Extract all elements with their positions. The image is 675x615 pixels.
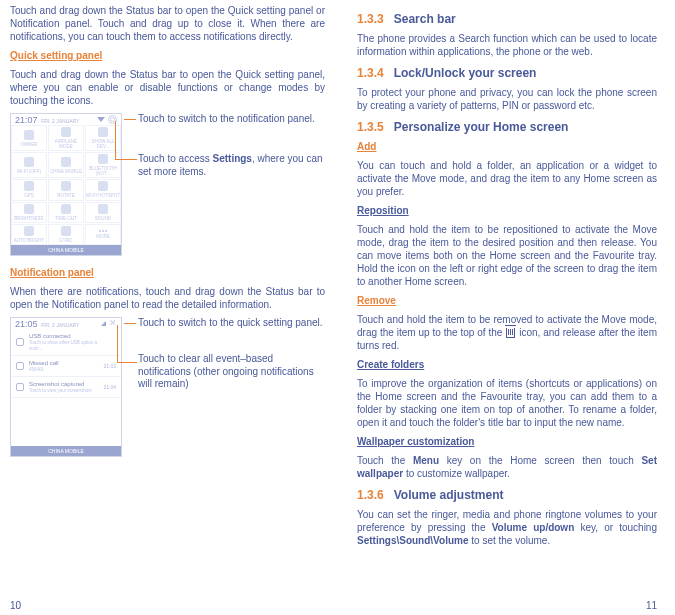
signal-icon <box>61 157 71 167</box>
callout-leader <box>124 323 136 324</box>
notification-list: USB connectedTouch to show other USB opt… <box>11 329 121 398</box>
status-date: FRI, 2 JANUARY <box>41 322 79 328</box>
callout-leader <box>115 159 137 160</box>
callout-leader <box>117 362 137 363</box>
carrier-footer: CHINA MOBILE <box>11 245 121 255</box>
tile-carrier[interactable]: CHINA MOBILE <box>48 152 84 178</box>
intro-text: Touch and drag down the Status bar to op… <box>10 4 325 43</box>
notification-toggle-icon[interactable] <box>97 117 105 122</box>
remove-heading: Remove <box>357 294 657 307</box>
callout-switch-quicksetting: Touch to switch to the quick setting pan… <box>138 317 328 330</box>
quick-setting-body: Touch and drag down the Status bar to op… <box>10 68 325 107</box>
callout-leader <box>124 119 136 120</box>
devices-icon <box>98 127 108 137</box>
missed-call-icon <box>16 362 24 370</box>
clear-all-icon[interactable]: ✕ <box>109 319 117 328</box>
reposition-heading: Reposition <box>357 204 657 217</box>
figure-notification-panel: 21:05 FRI, 2 JANUARY ✕ USB connectedTouc… <box>10 317 325 457</box>
owner-icon <box>24 130 34 140</box>
screenshot-icon <box>16 383 24 391</box>
status-time: 21:07 <box>15 115 38 125</box>
gps-icon <box>24 181 34 191</box>
create-folders-heading: Create folders <box>357 358 657 371</box>
callout-clear-all: Touch to clear all event–based notificat… <box>138 353 328 391</box>
bluetooth-icon <box>98 154 108 164</box>
callout-switch-notification: Touch to switch to the notification pane… <box>138 113 328 126</box>
status-bar: 21:07 FRI, 2 JANUARY <box>11 114 121 125</box>
tile-hotspot[interactable]: WI-FI HOTSPOT <box>85 179 121 200</box>
timeout-icon <box>61 204 71 214</box>
search-bar-body: The phone provides a Search function whi… <box>357 32 657 58</box>
wifi-icon <box>24 157 34 167</box>
tile-more[interactable]: MORE <box>85 224 121 245</box>
status-bar: 21:05 FRI, 2 JANUARY ✕ <box>11 318 121 329</box>
screenshot-notification-panel: 21:05 FRI, 2 JANUARY ✕ USB connectedTouc… <box>10 317 122 457</box>
remove-body: Touch and hold the item to be removed to… <box>357 313 657 352</box>
create-folders-body: To improve the organization of items (sh… <box>357 377 657 429</box>
quicksetting-toggle-icon[interactable] <box>101 321 106 326</box>
wallpaper-heading: Wallpaper customization <box>357 435 657 448</box>
page-number-right: 11 <box>646 600 657 611</box>
trash-icon <box>506 328 515 338</box>
tile-sound[interactable]: SOUND <box>85 202 121 223</box>
heading-personalize: 1.3.5Personalize your Home screen <box>357 120 657 134</box>
brightness-icon <box>24 204 34 214</box>
notification-panel-body: When there are notifications, touch and … <box>10 285 325 311</box>
tile-owner[interactable]: OWNER <box>11 125 47 151</box>
heading-volume: 1.3.6Volume adjustment <box>357 488 657 502</box>
more-dots-icon <box>99 230 107 232</box>
notification-usb[interactable]: USB connectedTouch to show other USB opt… <box>11 329 121 356</box>
tile-rotate[interactable]: ROTATE <box>48 179 84 200</box>
page-left: Touch and drag down the Status bar to op… <box>0 0 335 615</box>
callout-leader <box>115 121 116 159</box>
notification-panel-heading: Notification panel <box>10 266 325 279</box>
gyro-icon <box>61 226 71 236</box>
rotate-icon <box>61 181 71 191</box>
airplane-icon <box>61 127 71 137</box>
status-time: 21:05 <box>15 319 38 329</box>
page-number-left: 10 <box>10 600 21 611</box>
tile-brightness[interactable]: BRIGHTNESS <box>11 202 47 223</box>
sound-icon <box>98 204 108 214</box>
add-body: You can touch and hold a folder, an appl… <box>357 159 657 198</box>
usb-icon <box>16 338 24 346</box>
add-heading: Add <box>357 140 657 153</box>
carrier-footer: CHINA MOBILE <box>11 446 121 456</box>
wallpaper-body: Touch the Menu key on the Home screen th… <box>357 454 657 480</box>
figure-quick-settings: 21:07 FRI, 2 JANUARY OWNER AIRPLANE MODE… <box>10 113 325 256</box>
status-date: FRI, 2 JANUARY <box>41 118 79 124</box>
screenshot-quick-settings: 21:07 FRI, 2 JANUARY OWNER AIRPLANE MODE… <box>10 113 122 256</box>
quick-setting-heading: Quick setting panel <box>10 49 325 62</box>
callout-leader <box>117 325 118 362</box>
tile-wifi[interactable]: WI-FI (OFF) <box>11 152 47 178</box>
hotspot-icon <box>98 181 108 191</box>
tile-airplane[interactable]: AIRPLANE MODE <box>48 125 84 151</box>
quick-tiles-grid: OWNER AIRPLANE MODE SHOW ALL DEV... WI-F… <box>11 125 121 245</box>
tile-timeout[interactable]: TIME OUT <box>48 202 84 223</box>
lock-unlock-body: To protect your phone and privacy, you c… <box>357 86 657 112</box>
autobright-icon <box>24 226 34 236</box>
page-right: 1.3.3Search bar The phone provides a Sea… <box>335 0 675 615</box>
callout-access-settings: Touch to access Settings, where you can … <box>138 153 328 178</box>
volume-body: You can set the ringer, media and phone … <box>357 508 657 547</box>
notification-missed-call[interactable]: Missed call456401 21:03 <box>11 356 121 377</box>
reposition-body: Touch and hold the item to be reposition… <box>357 223 657 288</box>
tile-autobright[interactable]: AUTO BRIGHT <box>11 224 47 245</box>
heading-lock-unlock: 1.3.4Lock/Unlock your screen <box>357 66 657 80</box>
notification-screenshot[interactable]: Screenshot capturedTouch to view your sc… <box>11 377 121 398</box>
tile-gps[interactable]: GPS <box>11 179 47 200</box>
heading-search-bar: 1.3.3Search bar <box>357 12 657 26</box>
tile-gyro[interactable]: GYRO <box>48 224 84 245</box>
